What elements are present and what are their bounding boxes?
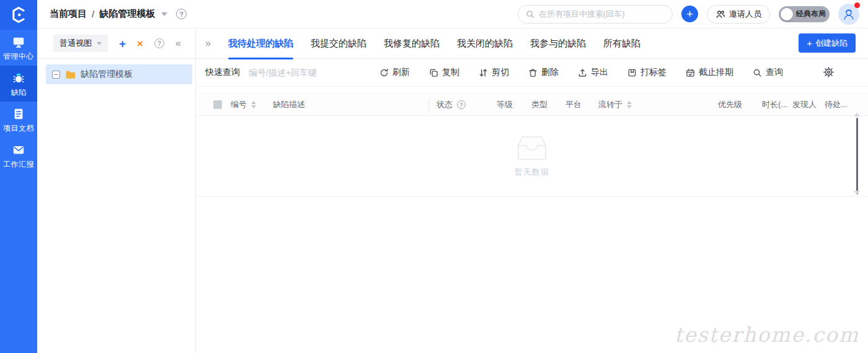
column-header-id[interactable]: 编号 bbox=[231, 94, 256, 116]
action-label: 复制 bbox=[442, 67, 459, 78]
add-view-button[interactable]: + bbox=[119, 38, 126, 50]
main-sidebar: 管理中心 缺陷 bbox=[0, 0, 37, 353]
tab-label: 我修复的缺陷 bbox=[384, 38, 440, 50]
tab-my-involved-defects[interactable]: 我参与的缺陷 bbox=[530, 28, 586, 59]
export-button[interactable]: 导出 bbox=[578, 67, 608, 78]
tag-button[interactable]: 打标签 bbox=[627, 67, 666, 78]
sort-icon[interactable] bbox=[627, 101, 632, 108]
watermark-text: testerhome.com bbox=[675, 323, 859, 347]
column-divider bbox=[428, 98, 429, 111]
action-label: 打标签 bbox=[640, 67, 666, 78]
cut-icon bbox=[479, 68, 488, 77]
tab-my-submitted-defects[interactable]: 我提交的缺陷 bbox=[311, 28, 366, 59]
tab-label: 我参与的缺陷 bbox=[530, 38, 586, 50]
notification-dot bbox=[854, 2, 860, 8]
search-icon bbox=[753, 68, 762, 77]
column-label: 待处... bbox=[825, 99, 848, 110]
chevron-down-icon[interactable] bbox=[161, 12, 167, 16]
quick-query-input[interactable] bbox=[249, 68, 332, 77]
column-header-description[interactable]: 缺陷描述 bbox=[273, 94, 305, 116]
column-label: 平台 bbox=[565, 99, 582, 110]
delete-button[interactable]: 删除 bbox=[528, 67, 559, 78]
scroll-up-arrow[interactable] bbox=[854, 113, 860, 116]
mail-icon bbox=[12, 143, 25, 157]
empty-table-body: 暂无数据 bbox=[196, 116, 868, 197]
bug-icon bbox=[12, 71, 25, 85]
help-icon[interactable]: ? bbox=[176, 9, 187, 19]
tab-my-pending-defects[interactable]: 我待处理的缺陷 bbox=[228, 28, 293, 59]
column-header-priority[interactable]: 优先级 bbox=[718, 94, 742, 116]
app-logo[interactable] bbox=[0, 0, 37, 30]
copy-icon bbox=[429, 68, 438, 77]
action-label: 查询 bbox=[766, 67, 783, 78]
tab-label: 我关闭的缺陷 bbox=[457, 38, 513, 50]
tab-my-closed-defects[interactable]: 我关闭的缺陷 bbox=[457, 28, 513, 59]
global-search[interactable] bbox=[518, 5, 673, 24]
breadcrumb: 当前项目 / 缺陷管理模板 ? bbox=[50, 8, 187, 20]
vertical-scrollbar[interactable] bbox=[856, 118, 858, 194]
view-select[interactable]: 普通视图 bbox=[53, 35, 108, 52]
sidebar-item-work-report[interactable]: 工作汇报 bbox=[0, 137, 37, 173]
column-header-severity[interactable]: 等级 bbox=[497, 94, 513, 116]
invite-members-button[interactable]: 邀请人员 bbox=[707, 5, 770, 24]
cut-button[interactable]: 剪切 bbox=[479, 67, 509, 78]
gear-icon[interactable] bbox=[823, 66, 835, 78]
empty-inbox-icon bbox=[516, 134, 548, 162]
sidebar-item-project-docs[interactable]: 项目文档 bbox=[0, 102, 37, 137]
select-all-checkbox[interactable] bbox=[213, 100, 222, 109]
tab-underline bbox=[228, 58, 293, 59]
collapse-panel-icon[interactable]: « bbox=[175, 38, 181, 48]
create-defect-button[interactable]: + 创建缺陷 bbox=[799, 33, 856, 53]
explorer-controls: 普通视图 + × ? « bbox=[37, 28, 195, 58]
classic-layout-toggle[interactable]: 经典布局 bbox=[779, 6, 830, 22]
column-label: 类型 bbox=[531, 99, 547, 110]
calendar-icon bbox=[686, 68, 695, 77]
tag-icon bbox=[627, 68, 637, 77]
folder-icon bbox=[65, 70, 76, 79]
column-label: 缺陷描述 bbox=[273, 99, 305, 110]
defect-tabs: » 我待处理的缺陷 我提交的缺陷 我修复的缺陷 我关闭的缺陷 我参与的缺陷 所有… bbox=[195, 28, 868, 58]
breadcrumb-current[interactable]: 缺陷管理模板 bbox=[99, 8, 155, 20]
panel-divider bbox=[195, 28, 196, 353]
status-help-icon[interactable]: ? bbox=[457, 100, 466, 109]
chevron-down-icon bbox=[97, 42, 102, 45]
tree-panel: − 缺陷管理模板 bbox=[37, 59, 195, 353]
query-button[interactable]: 查询 bbox=[753, 67, 783, 78]
empty-state-label: 暂无数据 bbox=[515, 167, 549, 178]
global-search-input[interactable] bbox=[539, 9, 665, 19]
tab-label: 所有缺陷 bbox=[603, 38, 640, 50]
explorer-help-icon[interactable]: ? bbox=[154, 38, 164, 48]
close-view-button[interactable]: × bbox=[137, 38, 143, 49]
scroll-down-arrow[interactable] bbox=[854, 191, 860, 194]
copy-button[interactable]: 复制 bbox=[429, 67, 459, 78]
column-header-assignee[interactable]: 待处... bbox=[825, 94, 848, 116]
deadline-button[interactable]: 截止排期 bbox=[686, 67, 733, 78]
secondary-bar: 普通视图 + × ? « » 我待处理的缺陷 我提交的缺陷 我修复的缺陷 我关闭… bbox=[37, 28, 868, 59]
column-header-flow[interactable]: 流转于 bbox=[598, 94, 632, 116]
toggle-label: 经典布局 bbox=[796, 9, 826, 19]
action-label: 剪切 bbox=[492, 67, 509, 78]
column-header-duration[interactable]: 时长(... bbox=[762, 94, 787, 116]
sidebar-item-label: 工作汇报 bbox=[3, 160, 34, 168]
monitor-icon bbox=[12, 35, 25, 49]
column-header-platform[interactable]: 平台 bbox=[565, 94, 582, 116]
sidebar-item-defects[interactable]: 缺陷 bbox=[0, 66, 37, 102]
sidebar-item-label: 缺陷 bbox=[11, 88, 27, 97]
sidebar-item-admin-center[interactable]: 管理中心 bbox=[0, 30, 37, 66]
expand-tabs-icon[interactable]: » bbox=[205, 38, 211, 48]
global-add-button[interactable]: + bbox=[681, 6, 698, 22]
hexagon-c-logo-icon bbox=[10, 6, 27, 24]
tree-node-defect-template[interactable]: − 缺陷管理模板 bbox=[46, 64, 192, 84]
column-header-reporter[interactable]: 发现人 bbox=[792, 94, 817, 116]
tab-all-defects[interactable]: 所有缺陷 bbox=[603, 28, 640, 59]
sort-icon[interactable] bbox=[251, 101, 256, 108]
breadcrumb-separator: / bbox=[92, 9, 94, 19]
column-label: 编号 bbox=[231, 99, 247, 110]
column-header-status[interactable]: 状态 ? bbox=[436, 94, 466, 116]
refresh-button[interactable]: 刷新 bbox=[379, 67, 410, 78]
tab-my-fixed-defects[interactable]: 我修复的缺陷 bbox=[384, 28, 440, 59]
breadcrumb-root[interactable]: 当前项目 bbox=[50, 8, 87, 20]
collapse-node-icon[interactable]: − bbox=[52, 71, 60, 79]
column-header-type[interactable]: 类型 bbox=[531, 94, 547, 116]
action-label: 导出 bbox=[591, 67, 608, 78]
